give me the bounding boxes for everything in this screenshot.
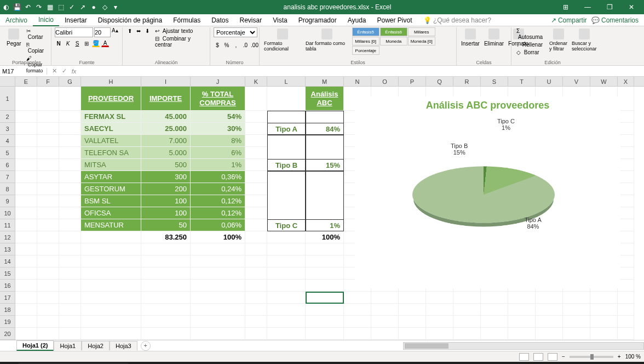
cell[interactable] — [245, 171, 267, 183]
align-bot-icon[interactable]: ⬇ — [143, 27, 151, 35]
cell[interactable]: Tipo B — [267, 159, 306, 171]
page-break-button[interactable] — [548, 353, 557, 361]
bold-button[interactable]: N — [55, 39, 62, 47]
cell[interactable] — [59, 304, 81, 316]
cell[interactable] — [37, 207, 59, 219]
cell[interactable] — [590, 316, 618, 328]
font-size-input[interactable] — [94, 27, 111, 37]
cell[interactable] — [618, 328, 634, 340]
zoom-out-icon[interactable]: − — [562, 354, 565, 360]
row-header[interactable]: 7 — [0, 171, 15, 183]
cell[interactable]: 54% — [191, 111, 245, 123]
cell[interactable]: 1% — [306, 219, 344, 231]
col-header[interactable]: J — [191, 77, 245, 86]
cell[interactable] — [15, 268, 37, 280]
cell[interactable]: PROVEEDOR — [81, 87, 141, 111]
redo-icon[interactable]: ↷ — [35, 3, 43, 11]
cell[interactable] — [590, 328, 618, 340]
normal-view-button[interactable] — [519, 353, 529, 361]
align-mid-icon[interactable]: ⬌ — [135, 27, 142, 35]
cell[interactable] — [15, 183, 37, 195]
comments-button[interactable]: 💬 Comentarios — [591, 16, 639, 24]
cell[interactable] — [508, 292, 536, 304]
cell[interactable] — [536, 304, 563, 316]
cell[interactable] — [306, 316, 344, 328]
cell[interactable] — [306, 207, 344, 219]
col-header[interactable]: R — [453, 77, 481, 86]
cell[interactable] — [15, 292, 37, 304]
cell[interactable] — [245, 255, 267, 268]
cell[interactable] — [15, 316, 37, 328]
undo-icon[interactable]: ↶ — [24, 3, 32, 11]
store-icon[interactable]: 🛍 — [194, 362, 210, 364]
cell[interactable] — [15, 207, 37, 219]
cell[interactable] — [245, 183, 267, 195]
cell[interactable] — [81, 304, 141, 316]
cell[interactable]: 25.000 — [141, 123, 191, 135]
cell[interactable] — [245, 123, 267, 135]
word-icon[interactable]: W — [227, 362, 243, 364]
horizontal-scrollbar[interactable] — [403, 342, 644, 350]
col-header[interactable]: U — [536, 77, 563, 86]
cell[interactable] — [37, 219, 59, 231]
col-header[interactable]: M — [306, 77, 344, 86]
cell[interactable] — [59, 292, 81, 304]
cell[interactable] — [245, 231, 267, 243]
share-button[interactable]: ↗ Compartir — [551, 16, 587, 24]
cell[interactable]: 1% — [191, 159, 245, 171]
cell[interactable]: 30% — [191, 123, 245, 135]
cell[interactable] — [15, 255, 37, 268]
qat-icon[interactable]: ⬚ — [57, 3, 65, 11]
cell[interactable] — [245, 159, 267, 171]
pie-chart[interactable]: Análisis ABC proveedores Tipo C1% Tipo B… — [355, 96, 620, 288]
cell[interactable] — [141, 316, 191, 328]
cell[interactable]: MITSA — [81, 159, 141, 171]
underline-button[interactable]: S — [73, 39, 81, 47]
col-header[interactable]: X — [618, 77, 634, 86]
explorer-icon[interactable]: 📁 — [177, 362, 194, 364]
page-layout-button[interactable] — [533, 353, 543, 361]
sheet-tab-active[interactable]: Hoja1 (2) — [16, 340, 54, 351]
cell[interactable] — [306, 304, 344, 316]
cell[interactable]: 45.000 — [141, 111, 191, 123]
cell[interactable] — [59, 159, 81, 171]
cell[interactable] — [191, 292, 245, 304]
col-header[interactable]: N — [344, 77, 371, 86]
cell[interactable]: 100% — [306, 231, 344, 243]
cell[interactable]: 0,06% — [191, 219, 245, 231]
cell[interactable]: ASYTAR — [81, 171, 141, 183]
cell[interactable]: OFICSA — [81, 207, 141, 219]
cell[interactable] — [81, 316, 141, 328]
row-header[interactable]: 1 — [0, 87, 15, 111]
cancel-formula-icon[interactable]: ✕ — [50, 67, 58, 75]
cell[interactable] — [344, 292, 371, 304]
sheet-tab[interactable]: Hoja1 — [54, 341, 82, 350]
cell[interactable] — [536, 292, 563, 304]
tab-help[interactable]: Ayuda — [342, 15, 372, 26]
tab-home[interactable]: Inicio — [33, 14, 59, 26]
row-header[interactable]: 5 — [0, 147, 15, 159]
cell[interactable] — [245, 219, 267, 231]
tab-developer[interactable]: Programador — [293, 15, 342, 26]
cell[interactable] — [536, 328, 563, 340]
cell[interactable] — [59, 183, 81, 195]
cell[interactable] — [15, 231, 37, 243]
cell[interactable] — [37, 316, 59, 328]
cell[interactable] — [267, 207, 306, 219]
cell[interactable]: 100% — [191, 231, 245, 243]
cell[interactable] — [191, 255, 245, 268]
cell[interactable] — [267, 255, 306, 268]
row-header[interactable]: 20 — [0, 328, 15, 340]
cell[interactable]: Tipo A — [267, 123, 306, 135]
cell[interactable] — [37, 111, 59, 123]
cell[interactable] — [141, 268, 191, 280]
cell[interactable] — [267, 280, 306, 292]
cell[interactable] — [306, 328, 344, 340]
cell[interactable] — [37, 231, 59, 243]
col-header[interactable]: O — [371, 77, 399, 86]
cell[interactable] — [15, 280, 37, 292]
sheet-tab[interactable]: Hoja2 — [82, 341, 110, 350]
cell[interactable] — [59, 147, 81, 159]
cell[interactable] — [371, 292, 399, 304]
save-icon[interactable]: 💾 — [13, 3, 21, 11]
